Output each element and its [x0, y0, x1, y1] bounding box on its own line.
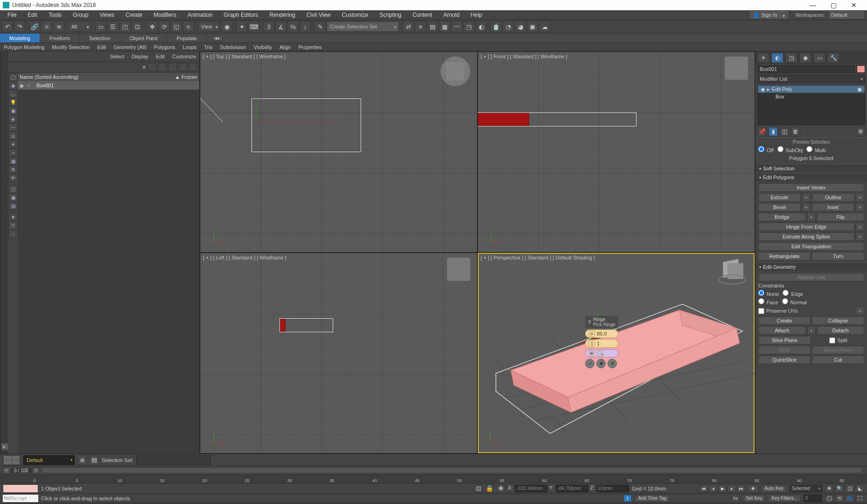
caddy-angle-row[interactable]: ⊙ 85.0 — [585, 329, 618, 338]
absolute-transform-icon[interactable]: ✥ — [496, 485, 505, 492]
eye-icon[interactable]: ◉ — [761, 85, 765, 93]
timeslider-frame[interactable]: 0 / 100 — [11, 468, 31, 473]
menu-arnold[interactable]: Arnold — [438, 10, 465, 20]
se-col-name[interactable]: Name (Sorted Ascending) — [20, 74, 160, 80]
goto-end-button[interactable]: ⏭ — [737, 485, 745, 492]
cmd-tab-create[interactable]: ✛ — [757, 53, 769, 63]
se-option-icon[interactable]: ▤ — [8, 202, 18, 210]
viewport-left[interactable]: [ + ] [ Left ] [ Standard ] [ Wireframe … — [200, 253, 477, 453]
setkey-button[interactable]: Set Key — [742, 495, 765, 502]
select-rotate-button[interactable]: ⟳ — [159, 21, 170, 32]
repeat-last-button[interactable]: Repeat Last — [758, 273, 864, 281]
preview-off[interactable]: Off — [758, 146, 774, 153]
script-status-icon[interactable]: ℹ — [623, 495, 632, 502]
timeslider-left-button[interactable]: < — [3, 467, 10, 474]
viewcube-left[interactable] — [447, 258, 470, 281]
se-menu-display[interactable]: Display — [132, 54, 148, 59]
ribbon-polygon-modeling[interactable]: Polygon Modeling — [0, 43, 48, 51]
state-sets-button[interactable]: ▣ — [527, 21, 538, 32]
constraint-normal[interactable]: Normal — [782, 298, 807, 305]
se-filter-spacewarp-icon[interactable]: 〰 — [8, 123, 18, 132]
ribbon-visibility[interactable]: Visibility — [250, 43, 276, 51]
flip-button[interactable]: Flip — [817, 213, 865, 221]
menu-help[interactable]: Help — [465, 10, 488, 20]
coord-z-input[interactable] — [596, 485, 629, 492]
current-frame-input[interactable] — [804, 495, 822, 502]
material-editor-button[interactable]: ◐ — [475, 21, 487, 32]
spinner-snap-button[interactable]: ↕ — [300, 21, 311, 32]
extrude-button[interactable]: Extrude — [758, 193, 801, 202]
redo-button[interactable]: ↷ — [14, 21, 25, 32]
cmd-tab-hierarchy[interactable]: ◳ — [785, 53, 797, 63]
slice-plane-button[interactable]: Slice Plane — [758, 336, 811, 344]
mod-item-editpoly[interactable]: ◉ ▸ Edit Poly ▣ — [758, 85, 865, 93]
caddy-apply-button[interactable]: ✚ — [596, 359, 606, 368]
coord-x-input[interactable] — [515, 485, 547, 492]
inset-button[interactable]: Inset — [812, 203, 854, 211]
menu-scripting[interactable]: Scripting — [374, 10, 407, 20]
inset-settings-button[interactable]: ▫ — [856, 203, 864, 211]
unlink-button[interactable]: ⤫ — [41, 21, 52, 32]
workspaces-dropdown[interactable]: Default — [828, 10, 865, 20]
bridge-button[interactable]: Bridge — [758, 213, 806, 221]
nav-zoom-all-icon[interactable]: ◲ — [846, 485, 854, 492]
scene-explorer-flyout-toggle[interactable]: ▸ — [1, 443, 8, 450]
se-filter-all-icon[interactable]: ◯ — [8, 73, 18, 81]
edit-triangulation-button[interactable]: Edit Triangulation — [758, 242, 864, 251]
pin-stack-button[interactable]: 📌 — [757, 127, 767, 136]
maxscript-listener[interactable]: MAXScript Min — [3, 495, 38, 502]
se-filter-bone-icon[interactable]: ✧ — [8, 148, 18, 157]
insert-vertex-button[interactable]: Insert Vertex — [758, 183, 864, 192]
timeslider-track[interactable] — [42, 468, 861, 473]
close-button[interactable]: ✕ — [844, 0, 864, 10]
caddy-segments-value[interactable]: 1 — [597, 341, 600, 346]
extrude-settings-button[interactable]: ▫ — [802, 193, 811, 202]
se-filter-light-icon[interactable]: 💡 — [8, 98, 18, 106]
se-menu-edit[interactable]: Edit — [156, 54, 165, 59]
render-setup-button[interactable]: 🍵 — [490, 21, 502, 32]
cmd-tab-display[interactable]: ▭ — [813, 53, 825, 63]
play-button[interactable]: ▶ — [718, 485, 727, 492]
layer-explorer-button[interactable]: ▤ — [427, 21, 438, 32]
nav-maximize-icon[interactable]: ⛶ — [856, 495, 864, 502]
outline-button[interactable]: Outline — [812, 193, 854, 202]
preserve-uvs-settings-button[interactable]: ▫ — [856, 307, 864, 315]
constraint-face[interactable]: Face — [758, 298, 778, 305]
percent-snap-button[interactable]: % — [287, 21, 299, 32]
render-production-button[interactable]: ◕ — [515, 21, 526, 32]
pickhinge-icon-1[interactable]: ⊞ — [588, 350, 595, 357]
visibility-icon[interactable]: ◉ — [20, 83, 27, 88]
rollout-soft-selection[interactable]: Soft Selection — [755, 164, 867, 173]
caddy-pick-row[interactable]: ⊞ 🔍 — [585, 349, 618, 357]
keyfilters-button[interactable]: Key Filters... — [768, 495, 801, 502]
keymode-indicator[interactable] — [3, 484, 38, 493]
preview-multi[interactable]: Multi — [806, 146, 825, 153]
scene-tree[interactable]: Name (Sorted Ascending) ▲ Frozen ◉ ○ Box… — [18, 73, 199, 454]
keytarget-dropdown[interactable]: Selected — [790, 485, 822, 492]
se-filter-helper-icon[interactable]: ◈ — [8, 115, 18, 123]
extrude-spline-settings-button[interactable]: ▫ — [856, 232, 864, 241]
curve-editor-button[interactable]: 〰 — [451, 21, 462, 32]
prev-frame-button[interactable]: ◂ — [709, 485, 717, 492]
se-funnel-icon[interactable]: ▼ — [8, 213, 18, 221]
se-object-name[interactable]: Box001 — [35, 83, 56, 88]
cmd-tab-modify[interactable]: ◐ — [771, 53, 783, 63]
nav-roll-icon[interactable]: ⟲ — [835, 495, 844, 502]
configure-modifiersets-button[interactable]: ⚙ — [856, 127, 865, 136]
layer-new-icon[interactable]: ▤ — [90, 455, 99, 465]
se-filter-xref-icon[interactable]: ✦ — [8, 140, 18, 148]
ribbon-subdivision[interactable]: Subdivision — [216, 43, 250, 51]
object-name-input[interactable] — [757, 65, 855, 73]
collapse-button[interactable]: Collapse — [812, 316, 864, 325]
bridge-settings-button[interactable]: ▫ — [807, 213, 816, 221]
snap-toggle-button[interactable]: 3 — [263, 21, 274, 32]
retriangulate-button[interactable]: Retriangulate — [758, 252, 811, 260]
ribbon-tab-modeling[interactable]: Modeling — [0, 34, 40, 42]
keyboard-shortcut-button[interactable]: ⌨ — [248, 21, 259, 32]
signin-dropdown[interactable]: 👤 Sign In — [749, 10, 789, 20]
se-menu-select[interactable]: Select — [110, 54, 124, 59]
viewport-layout-switch[interactable] — [3, 455, 21, 465]
remove-modifier-button[interactable]: 🗑 — [791, 127, 800, 136]
menu-graph-editors[interactable]: Graph Editors — [218, 10, 264, 20]
attach-list-button[interactable]: ▫ — [807, 326, 816, 335]
